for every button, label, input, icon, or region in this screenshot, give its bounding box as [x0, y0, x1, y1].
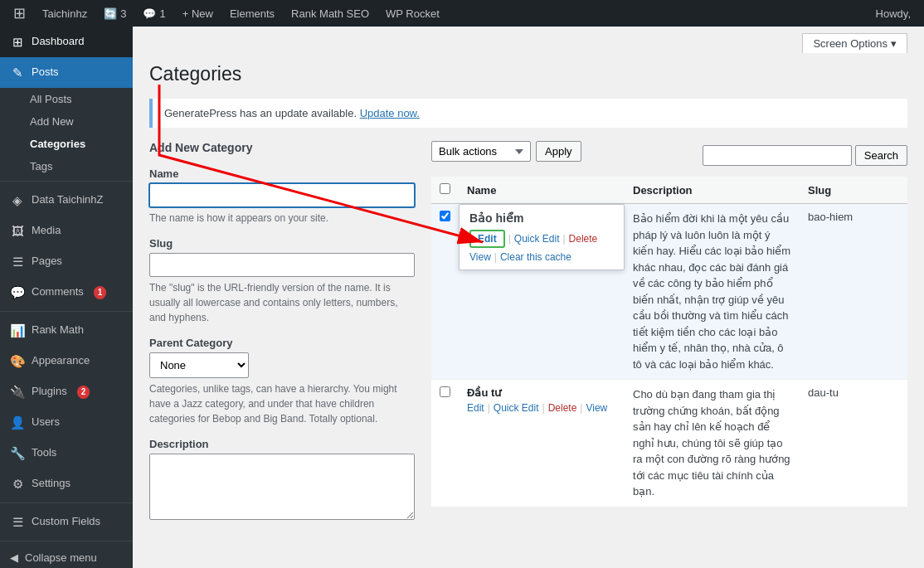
table-row: Đầu tư Edit | Quick Edit | Delete | View [431, 380, 907, 507]
admin-sidebar: ⊞ Dashboard ✎ Posts All Posts Add New Ca… [0, 27, 133, 568]
sidebar-item-comments[interactable]: 💬 Comments 1 [0, 277, 133, 308]
adminbar-rank-math[interactable]: Rank Math SEO [284, 0, 376, 27]
search-button[interactable]: Search [855, 145, 907, 166]
bulk-actions-select[interactable]: Bulk actions [431, 141, 531, 162]
row1-description: Bảo hiểm đời khi là một yêu cầu pháp lý … [633, 212, 790, 371]
sidebar-item-add-new[interactable]: Add New [0, 110, 133, 133]
categories-table: Name Description Slug [431, 177, 907, 507]
sidebar-item-posts[interactable]: ✎ Posts [0, 57, 133, 88]
row2-name-link[interactable]: Đầu tư [467, 386, 501, 399]
screen-options-label: Screen Options [813, 37, 888, 50]
sidebar-item-plugins[interactable]: 🔌 Plugins 2 [0, 376, 133, 407]
apply-button[interactable]: Apply [536, 141, 581, 162]
sidebar-label-all-posts: All Posts [30, 93, 72, 105]
sidebar-label-tools: Tools [32, 445, 56, 460]
row2-view-link[interactable]: View [586, 402, 607, 414]
comments-icon: 💬 [143, 7, 156, 20]
sidebar-item-users[interactable]: 👤 Users [0, 407, 133, 438]
adminbar-new[interactable]: + New [176, 0, 220, 27]
sidebar-label-media: Media [32, 223, 61, 238]
search-box: Search [703, 145, 907, 166]
row2-quick-edit-link[interactable]: Quick Edit [494, 402, 539, 414]
sidebar-item-dashboard[interactable]: ⊞ Dashboard [0, 27, 133, 57]
sidebar-label-rank-math: Rank Math [32, 323, 84, 337]
sidebar-label-custom-fields: Custom Fields [32, 514, 100, 529]
row2-slug: dau-tu [808, 386, 839, 399]
row1-slug-cell: bao-hiem [800, 204, 907, 380]
custom-fields-icon: ☰ [10, 513, 25, 531]
slug-group: Slug The "slug" is the URL-friendly vers… [149, 237, 415, 325]
pages-icon: ☰ [10, 253, 25, 270]
row2-slug-cell: dau-tu [800, 380, 907, 507]
description-textarea[interactable] [149, 454, 415, 520]
row2-actions: Edit | Quick Edit | Delete | View [467, 402, 616, 414]
sidebar-item-data-taichinhz[interactable]: ◈ Data TaichinhZ [0, 185, 133, 216]
plugins-icon: 🔌 [10, 383, 25, 401]
row2-edit-link[interactable]: Edit [467, 402, 484, 414]
context-view-link[interactable]: View [469, 251, 491, 263]
data-icon: ◈ [10, 192, 25, 209]
sidebar-label-plugins: Plugins [32, 384, 67, 399]
row2-checkbox[interactable] [440, 386, 450, 397]
context-delete-link[interactable]: Delete [569, 233, 598, 245]
comments-badge: 1 [94, 286, 107, 299]
comments-icon: 💬 [10, 284, 25, 301]
sidebar-item-tools[interactable]: 🔧 Tools [0, 438, 133, 468]
parent-label: Parent Category [149, 337, 415, 349]
sidebar-item-custom-fields[interactable]: ☰ Custom Fields [0, 507, 133, 537]
sidebar-label-pages: Pages [32, 254, 62, 269]
screen-options-arrow-icon: ▾ [891, 37, 897, 50]
sidebar-item-appearance[interactable]: 🎨 Appearance [0, 346, 133, 376]
category-list: Bulk actions Apply Search [431, 141, 907, 534]
bulk-actions-row: Bulk actions Apply [431, 141, 581, 162]
sidebar-label-dashboard: Dashboard [32, 34, 85, 49]
context-quick-edit-link[interactable]: Quick Edit [514, 233, 560, 245]
context-clear-cache-link[interactable]: Clear this cache [500, 251, 571, 263]
screen-options-button[interactable]: Screen Options ▾ [802, 33, 907, 53]
adminbar-updates[interactable]: 🔄 3 [97, 0, 133, 27]
context-edit-button[interactable]: Edit [469, 230, 505, 248]
parent-select[interactable]: None [149, 352, 249, 378]
sidebar-label-users: Users [32, 415, 60, 430]
sidebar-item-pages[interactable]: ☰ Pages [0, 246, 133, 277]
row1-checkbox[interactable] [440, 211, 450, 221]
col-checkbox [431, 177, 459, 204]
sidebar-item-categories[interactable]: Categories [0, 133, 133, 155]
collapse-menu-button[interactable]: ◀ Collapse menu [0, 545, 133, 568]
screen-options-bar: Screen Options ▾ [149, 27, 907, 56]
col-name-header[interactable]: Name [459, 177, 625, 204]
adminbar-comments[interactable]: 💬 1 [136, 0, 172, 27]
col-description-header: Description [625, 177, 800, 204]
sidebar-label-add-new: Add New [30, 115, 74, 128]
sidebar-label-data-taichinhz: Data TaichinhZ [32, 192, 103, 207]
posts-icon: ✎ [10, 64, 25, 81]
sidebar-item-rank-math[interactable]: 📊 Rank Math [0, 315, 133, 346]
sidebar-item-all-posts[interactable]: All Posts [0, 88, 133, 110]
search-input[interactable] [703, 145, 852, 166]
sidebar-label-comments: Comments [32, 284, 84, 299]
sidebar-label-settings: Settings [32, 476, 71, 491]
adminbar-wp-rocket[interactable]: WP Rocket [379, 0, 446, 27]
adminbar-howdy[interactable]: Howdy, [869, 0, 917, 27]
sidebar-item-media[interactable]: 🖼 Media [0, 216, 133, 246]
sidebar-item-tags[interactable]: Tags [0, 155, 133, 177]
adminbar-elements[interactable]: Elements [223, 0, 281, 27]
context-popup-actions: Edit | Quick Edit | Delete [469, 230, 614, 248]
sidebar-item-settings[interactable]: ⚙ Settings [0, 468, 133, 499]
description-label: Description [149, 438, 415, 450]
wp-logo-icon[interactable]: ⊞ [7, 4, 32, 22]
parent-group: Parent Category None Categories, unlike … [149, 337, 415, 426]
description-group: Description [149, 438, 415, 522]
adminbar-site[interactable]: Taichinhz [36, 0, 94, 27]
name-input[interactable] [149, 183, 415, 207]
row2-delete-link[interactable]: Delete [548, 402, 577, 414]
notice-link[interactable]: Update now. [360, 107, 420, 119]
slug-input[interactable] [149, 253, 415, 277]
collapse-icon: ◀ [10, 551, 18, 564]
main-columns: Add New Category Name The name is how it… [149, 141, 907, 534]
table-toolbar: Bulk actions Apply Search [431, 141, 907, 170]
sidebar-label-categories: Categories [30, 138, 85, 150]
col-slug-header: Slug [800, 177, 907, 204]
row1-name-cell: Bảo hiểm Edit | Quick Edit | Delete [459, 204, 625, 380]
select-all-checkbox[interactable] [440, 183, 450, 194]
